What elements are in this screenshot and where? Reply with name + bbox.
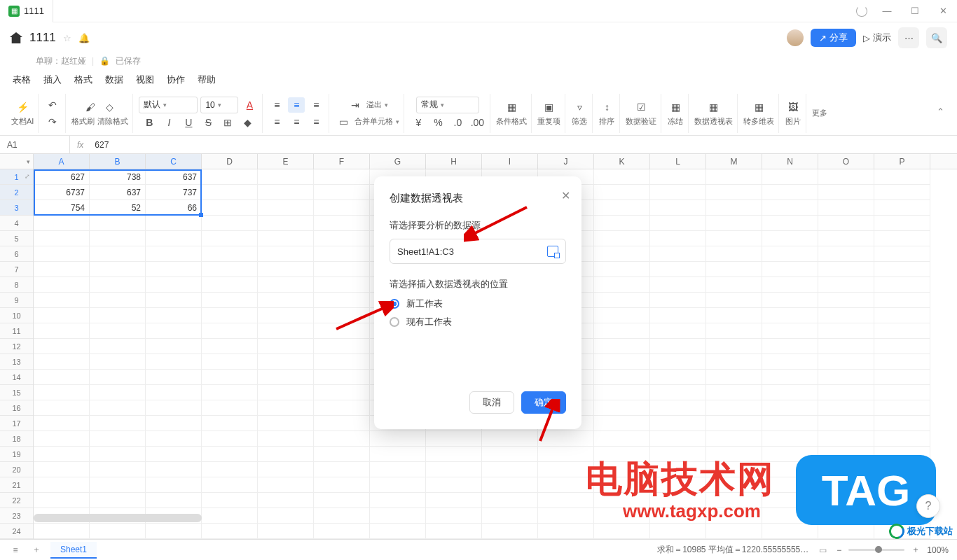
- cell[interactable]: [202, 323, 258, 339]
- col-header-D[interactable]: D: [202, 154, 258, 169]
- cell[interactable]: [874, 246, 930, 262]
- cell[interactable]: [202, 416, 258, 431]
- cell[interactable]: [370, 477, 426, 493]
- cell[interactable]: [650, 277, 706, 293]
- minimize-button[interactable]: —: [873, 0, 901, 22]
- cell[interactable]: [650, 416, 706, 431]
- cell[interactable]: [426, 462, 482, 477]
- cell[interactable]: [146, 323, 202, 339]
- bell-icon[interactable]: 🔔: [78, 33, 90, 43]
- align-bottom-icon[interactable]: ≡: [308, 97, 324, 113]
- cell[interactable]: [370, 508, 426, 524]
- cell[interactable]: [874, 262, 930, 277]
- cell[interactable]: [818, 431, 874, 447]
- sheets-list-icon[interactable]: ≡: [8, 543, 22, 557]
- cell[interactable]: [146, 416, 202, 431]
- cell[interactable]: [258, 200, 314, 216]
- cell[interactable]: 754: [34, 200, 90, 216]
- cell[interactable]: [706, 416, 762, 431]
- cell[interactable]: [314, 431, 370, 447]
- cell[interactable]: [426, 477, 482, 493]
- cell[interactable]: [874, 293, 930, 308]
- cell[interactable]: [762, 416, 818, 431]
- cell[interactable]: [818, 385, 874, 400]
- cell[interactable]: [202, 370, 258, 385]
- row-header[interactable]: 6: [0, 246, 33, 262]
- col-header-F[interactable]: F: [314, 154, 370, 169]
- cell[interactable]: [650, 246, 706, 262]
- name-box[interactable]: A1: [0, 136, 70, 153]
- align-right-icon[interactable]: ≡: [308, 114, 324, 130]
- cell[interactable]: [650, 339, 706, 354]
- cell[interactable]: [762, 354, 818, 370]
- cell[interactable]: [90, 323, 146, 339]
- cell[interactable]: [202, 462, 258, 477]
- col-header-E[interactable]: E: [258, 154, 314, 169]
- cell[interactable]: [650, 323, 706, 339]
- col-header-A[interactable]: A: [34, 154, 90, 169]
- cell[interactable]: [90, 477, 146, 493]
- help-button[interactable]: ?: [916, 494, 940, 518]
- cell[interactable]: [874, 200, 930, 216]
- cell[interactable]: [650, 370, 706, 385]
- cell[interactable]: [706, 385, 762, 400]
- document-tab[interactable]: ▦ 1111: [0, 0, 53, 22]
- cell[interactable]: [202, 354, 258, 370]
- row-header[interactable]: 11: [0, 323, 33, 339]
- dec-dec-icon[interactable]: .00: [469, 115, 486, 130]
- cell[interactable]: [34, 447, 90, 462]
- cell[interactable]: [594, 370, 650, 385]
- cell[interactable]: [90, 493, 146, 508]
- border-icon[interactable]: ⊞: [219, 115, 236, 130]
- cell[interactable]: [818, 200, 874, 216]
- cell[interactable]: [146, 385, 202, 400]
- cell[interactable]: [762, 308, 818, 323]
- cell[interactable]: [258, 524, 314, 539]
- cell[interactable]: [90, 216, 146, 231]
- cell[interactable]: [706, 200, 762, 216]
- row-header[interactable]: 12: [0, 339, 33, 354]
- cell[interactable]: [90, 416, 146, 431]
- cell[interactable]: [818, 400, 874, 416]
- cell[interactable]: [146, 277, 202, 293]
- cell[interactable]: [370, 447, 426, 462]
- cell[interactable]: [314, 524, 370, 539]
- cell[interactable]: [594, 385, 650, 400]
- cell[interactable]: [818, 339, 874, 354]
- cell[interactable]: [482, 493, 538, 508]
- cell[interactable]: [258, 385, 314, 400]
- cell[interactable]: [90, 262, 146, 277]
- cell[interactable]: [650, 169, 706, 185]
- pivot-icon[interactable]: ▦: [705, 99, 722, 115]
- col-header-P[interactable]: P: [874, 154, 930, 169]
- cell[interactable]: [650, 524, 706, 539]
- cell[interactable]: [314, 508, 370, 524]
- col-header-J[interactable]: J: [538, 154, 594, 169]
- multi-icon[interactable]: ▦: [750, 99, 767, 115]
- cell[interactable]: [146, 231, 202, 246]
- cell[interactable]: [34, 262, 90, 277]
- cell[interactable]: [706, 262, 762, 277]
- cell[interactable]: [706, 339, 762, 354]
- menu-collab[interactable]: 协作: [167, 74, 185, 86]
- row-header[interactable]: 19: [0, 447, 33, 462]
- cell[interactable]: [202, 493, 258, 508]
- cell[interactable]: [34, 231, 90, 246]
- row-header[interactable]: 20: [0, 462, 33, 477]
- cell[interactable]: [594, 339, 650, 354]
- cell[interactable]: [202, 262, 258, 277]
- radio-new-sheet[interactable]: 新工作表: [390, 298, 566, 310]
- more-label[interactable]: 更多: [812, 108, 827, 118]
- cell[interactable]: [90, 385, 146, 400]
- cell[interactable]: [594, 216, 650, 231]
- col-header-K[interactable]: K: [594, 154, 650, 169]
- align-left-icon[interactable]: ≡: [268, 114, 285, 130]
- zoom-in-icon[interactable]: ＋: [911, 544, 920, 556]
- row-header[interactable]: 16: [0, 400, 33, 416]
- freeze-icon[interactable]: ▦: [667, 99, 684, 115]
- cell[interactable]: [258, 169, 314, 185]
- redo-icon[interactable]: ↷: [44, 114, 61, 130]
- cond-format-icon[interactable]: ▦: [503, 99, 520, 115]
- menu-data[interactable]: 数据: [105, 74, 123, 86]
- cell[interactable]: 627: [34, 169, 90, 185]
